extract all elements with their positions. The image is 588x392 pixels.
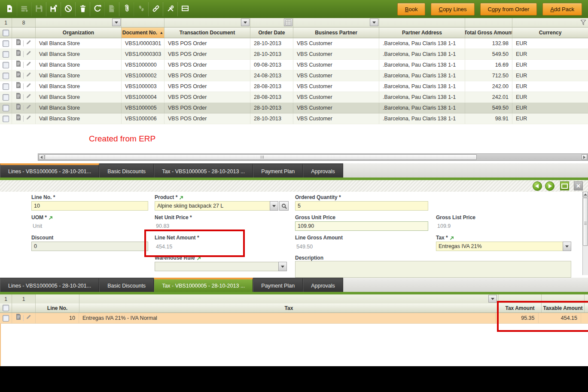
chevron-down-icon[interactable] bbox=[563, 242, 571, 251]
chevron-down-icon[interactable] bbox=[270, 201, 278, 211]
tab-approvals[interactable]: Approvals bbox=[303, 278, 343, 292]
row-checkbox[interactable] bbox=[3, 116, 9, 122]
tab-basic-discounts[interactable]: Basic Discounts bbox=[99, 278, 154, 292]
document-icon[interactable] bbox=[16, 38, 21, 49]
table-row[interactable]: Vall Blanca StoreVBS1000004VBS POS Order… bbox=[0, 92, 588, 103]
filter-order-date[interactable] bbox=[250, 18, 293, 27]
edit-pencil-icon[interactable] bbox=[26, 38, 31, 49]
edit-pencil-icon[interactable] bbox=[26, 70, 31, 81]
tab-payment-plan[interactable]: Payment Plan bbox=[253, 278, 303, 292]
tax-combo[interactable]: Entregas IVA 21% bbox=[436, 242, 571, 251]
new-record-button[interactable] bbox=[2, 2, 17, 16]
table-row[interactable]: Vall Blanca StoreVBS1000002VBS POS Order… bbox=[0, 70, 588, 81]
vertical-scrollbar[interactable] bbox=[582, 192, 588, 275]
tools-button[interactable] bbox=[163, 2, 177, 16]
link-icon[interactable] bbox=[450, 236, 454, 240]
link-icon[interactable] bbox=[49, 215, 53, 220]
scrollbar-thumb[interactable] bbox=[45, 154, 477, 160]
column-header-currency[interactable]: Currency bbox=[512, 28, 588, 38]
table-row[interactable]: Vall Blanca StoreVBS1/0000303VBS POS Ord… bbox=[0, 49, 588, 60]
edit-pencil-icon[interactable] bbox=[26, 113, 31, 124]
column-header-taxable-amount[interactable]: Taxable Amount bbox=[542, 303, 585, 312]
next-record-button[interactable] bbox=[545, 181, 554, 191]
filter-line-no[interactable] bbox=[36, 294, 79, 303]
add-pack-button[interactable]: Add Pack bbox=[542, 3, 582, 15]
product-search-button[interactable] bbox=[279, 201, 289, 211]
document-icon[interactable] bbox=[16, 103, 21, 113]
edit-pencil-icon[interactable] bbox=[26, 81, 31, 92]
tab-approvals[interactable]: Approvals bbox=[303, 163, 343, 178]
copy-from-order-button[interactable]: Copy from Order bbox=[480, 3, 537, 15]
horizontal-scrollbar[interactable] bbox=[38, 153, 588, 161]
table-row[interactable]: Vall Blanca StoreVBS1000005VBS POS Order… bbox=[0, 103, 588, 113]
copy-lines-button[interactable]: Copy Lines bbox=[431, 3, 474, 15]
filter-partner-address[interactable] bbox=[379, 18, 465, 27]
window-layout-button[interactable] bbox=[177, 2, 192, 16]
table-row[interactable]: Vall Blanca StoreVBS1000000VBS POS Order… bbox=[0, 60, 588, 70]
filter-business-partner[interactable] bbox=[293, 18, 379, 27]
column-header-tax[interactable]: Tax bbox=[79, 303, 499, 312]
filter-tax-amount[interactable] bbox=[499, 294, 542, 303]
filter-taxable-amount[interactable] bbox=[542, 294, 585, 303]
row-checkbox[interactable] bbox=[3, 73, 9, 79]
table-row[interactable]: Vall Blanca StoreVBS1/0000301VBS POS Ord… bbox=[0, 38, 588, 49]
link-icon[interactable] bbox=[197, 256, 201, 260]
chevron-down-icon[interactable] bbox=[488, 295, 497, 303]
calendar-icon[interactable] bbox=[284, 18, 292, 26]
table-row[interactable]: Vall Blanca StoreVBS1000003VBS POS Order… bbox=[0, 81, 588, 92]
tab-payment-plan[interactable]: Payment Plan bbox=[253, 163, 303, 178]
chevron-down-icon[interactable] bbox=[370, 18, 378, 26]
tab-lines-vbs1000005-28-10-201[interactable]: Lines - VBS1000005 - 28-10-201... bbox=[0, 163, 99, 178]
attachment-button[interactable] bbox=[119, 2, 134, 16]
scroll-left-button[interactable] bbox=[39, 154, 44, 160]
select-all-checkbox-cell[interactable] bbox=[0, 303, 12, 312]
discount-input[interactable] bbox=[31, 242, 148, 251]
previous-record-button[interactable] bbox=[533, 181, 542, 191]
row-checkbox[interactable] bbox=[3, 62, 9, 68]
row-checkbox[interactable] bbox=[3, 83, 9, 90]
edit-pencil-icon[interactable] bbox=[26, 60, 31, 70]
gross-unit-price-input[interactable] bbox=[295, 221, 428, 231]
chevron-down-icon[interactable] bbox=[278, 262, 287, 271]
link-icon[interactable] bbox=[179, 195, 183, 200]
edit-pencil-icon[interactable] bbox=[26, 103, 31, 113]
edit-pencil-icon[interactable] bbox=[26, 49, 31, 59]
select-all-checkbox-cell[interactable] bbox=[0, 28, 12, 38]
row-checkbox[interactable] bbox=[3, 51, 9, 58]
table-row[interactable]: Vall Blanca StoreVBS1000006VBS POS Order… bbox=[0, 113, 588, 124]
scrollbar-thumb[interactable] bbox=[583, 198, 588, 246]
funnel-icon[interactable] bbox=[579, 18, 588, 26]
edit-pencil-icon[interactable] bbox=[26, 92, 31, 102]
maximize-button[interactable] bbox=[560, 181, 569, 190]
filter-organization[interactable] bbox=[36, 18, 122, 27]
link-button[interactable] bbox=[148, 2, 163, 16]
select-all-checkbox[interactable] bbox=[3, 305, 9, 311]
column-header-document-no[interactable]: Document No.▲ bbox=[122, 28, 165, 38]
column-header-tax-amount[interactable]: Tax Amount bbox=[499, 303, 542, 312]
scroll-up-button[interactable] bbox=[583, 192, 588, 197]
document-icon[interactable] bbox=[16, 92, 21, 102]
tab-tax-vbs1000005-28-10-2013[interactable]: Tax - VBS1000005 - 28-10-2013 ... bbox=[154, 163, 253, 178]
close-form-button[interactable]: × bbox=[574, 181, 583, 190]
document-icon[interactable] bbox=[16, 49, 21, 59]
refresh-button[interactable] bbox=[90, 2, 104, 16]
select-all-checkbox[interactable] bbox=[3, 30, 9, 36]
chevron-down-icon[interactable] bbox=[112, 18, 121, 26]
product-combo[interactable]: Alpine skiing backpack 27 L bbox=[155, 201, 278, 211]
document-icon[interactable] bbox=[16, 113, 21, 124]
warehouse-rule-combo[interactable] bbox=[155, 262, 287, 271]
document-icon[interactable] bbox=[16, 313, 21, 323]
filter-transaction-document[interactable] bbox=[165, 18, 250, 27]
column-header-partner-address[interactable]: Partner Address bbox=[379, 28, 465, 38]
document-icon[interactable] bbox=[16, 81, 21, 92]
chevron-down-icon[interactable] bbox=[241, 18, 250, 26]
book-button[interactable]: Book bbox=[397, 3, 426, 15]
row-checkbox[interactable] bbox=[3, 94, 9, 101]
description-textarea[interactable] bbox=[295, 261, 571, 278]
tab-basic-discounts[interactable]: Basic Discounts bbox=[99, 163, 154, 178]
column-header-transaction-document[interactable]: Transaction Document bbox=[165, 28, 250, 38]
row-checkbox[interactable] bbox=[3, 105, 9, 111]
table-row[interactable]: 10Entregas IVA 21% - IVA Normal95.35454.… bbox=[0, 313, 588, 324]
column-header-line-no[interactable]: Line No. bbox=[36, 303, 79, 312]
ordered-quantity-input[interactable] bbox=[295, 201, 428, 211]
